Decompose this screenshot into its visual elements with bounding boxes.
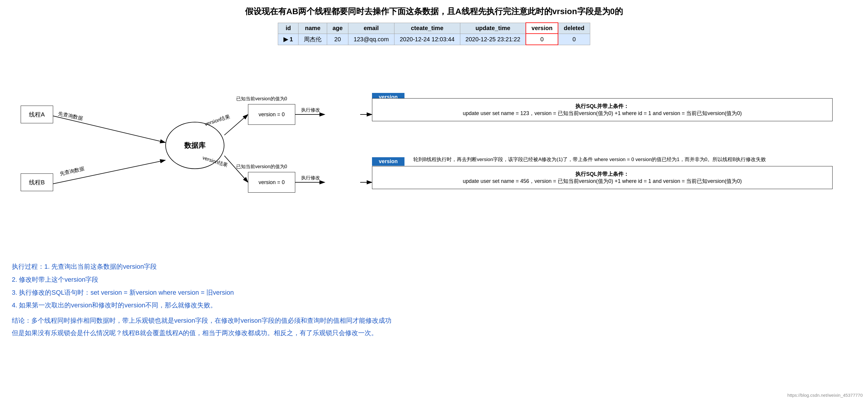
col-header-name: name: [299, 23, 327, 34]
col-header-cteate-time: cteate_time: [394, 23, 460, 34]
row-update-time: 2020-12-25 23:21:22: [460, 34, 526, 45]
version-ind-1-label: version: [372, 157, 404, 166]
watermark: https://blog.csdn.net/weixin_45377770: [787, 393, 863, 398]
table-row: ▶ 1 周杰伦 20 123@qq.com 2020-12-24 12:03:4…: [278, 34, 590, 45]
step-3: 3. 执行修改的SQL语句时：set version = 新version wh…: [12, 287, 856, 299]
sql-box-a: 执行SQL并带上条件： update user set name = 123，v…: [372, 98, 833, 121]
query-label-b: 先查询数据: [59, 165, 85, 177]
db-table: id name age email cteate_time update_tim…: [278, 23, 590, 45]
row-email: 123@qq.com: [348, 34, 394, 45]
sql-a-content: update user set name = 123，version = 已知当…: [378, 110, 826, 117]
col-header-version: version: [526, 23, 558, 34]
version-eq0-b-label: version = 0: [259, 179, 285, 186]
sql-box-b: 执行SQL并带上条件： update user set name = 456，v…: [372, 166, 833, 189]
col-header-age: age: [327, 23, 348, 34]
exec-modify-label-b: 执行修改: [301, 175, 320, 181]
row-deleted: 0: [558, 34, 590, 45]
row-name: 周杰伦: [299, 34, 327, 45]
query-label-a: 先查询数据: [58, 110, 84, 122]
version-result-label-a: version结果: [204, 113, 231, 128]
sql-b-title: 执行SQL并带上条件：: [378, 170, 826, 177]
col-header-deleted: deleted: [558, 23, 590, 34]
conclusion-text: 结论：多个线程同时操作相同数据时，带上乐观锁也就是version字段，在修改时v…: [12, 314, 856, 339]
exec-modify-label-a: 执行修改: [301, 107, 320, 113]
thread-a-label: 线程A: [29, 111, 44, 119]
page-title: 假设现在有AB两个线程都要同时去操作下面这条数据，且A线程先执行完注意此时的vr…: [12, 6, 856, 17]
row-cteate-time: 2020-12-24 12:03:44: [394, 34, 460, 45]
known-version-a: 已知当前version的值为0: [236, 96, 287, 102]
thread-b-label: 线程B: [29, 178, 44, 187]
thread-b-box: 线程B: [21, 173, 53, 191]
col-header-update-time: update_time: [460, 23, 526, 34]
col-header-id: id: [278, 23, 299, 34]
steps-container: 执行过程：1. 先查询出当前这条数据的version字段 2. 修改时带上这个v…: [12, 261, 856, 311]
row-age: 20: [327, 34, 348, 45]
arrows-svg: [12, 48, 856, 255]
svg-line-2: [53, 116, 165, 142]
version-eq0-a-label: version = 0: [259, 111, 285, 118]
col-header-email: email: [348, 23, 394, 34]
diagram: 线程A 线程B 先查询数据 先查询数据 数据库 version结果 versio…: [12, 48, 856, 255]
conclusion-container: 结论：多个线程同时操作相同数据时，带上乐观锁也就是version字段，在修改时v…: [12, 314, 856, 339]
version-eq0-box-a: version = 0: [248, 104, 295, 125]
row-version: 0: [526, 34, 558, 45]
db-label: 数据库: [184, 141, 206, 150]
step-1: 执行过程：1. 先查询出当前这条数据的version字段: [12, 261, 856, 273]
step-2: 2. 修改时带上这个version字段: [12, 273, 856, 286]
db-table-wrap: id name age email cteate_time update_tim…: [12, 23, 856, 45]
step-4: 4. 如果第一次取出的version和修改时的version不同，那么就修改失败…: [12, 299, 856, 311]
note-b: 轮到B线程执行时，再去判断version字段，该字段已经被A修改为(1)了，带上…: [413, 156, 766, 163]
thread-a-box: 线程A: [21, 106, 53, 123]
sql-a-title: 执行SQL并带上条件：: [378, 103, 826, 110]
version-eq0-box-b: version = 0: [248, 172, 295, 193]
known-version-b: 已知当前version的值为0: [236, 164, 287, 170]
sql-b-content: update user set name = 456，version = 已知当…: [378, 177, 826, 185]
row-arrow: ▶ 1: [278, 34, 299, 45]
